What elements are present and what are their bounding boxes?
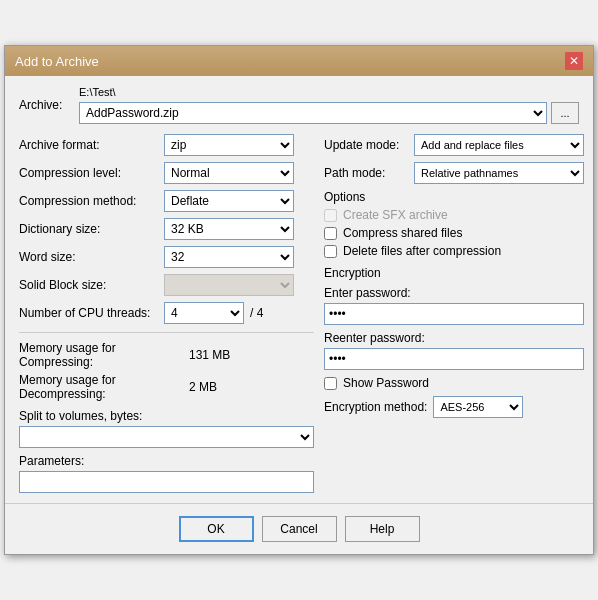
dictionary-size-select[interactable]: 4 KB 8 KB 16 KB 32 KB 64 KB 128 KB <box>164 218 294 240</box>
archive-format-row: Archive format: zip rar 7z tar gz <box>19 134 314 156</box>
delete-after-label: Delete files after compression <box>343 244 501 258</box>
split-volumes-section: Split to volumes, bytes: <box>19 409 314 448</box>
memory-compressing-label: Memory usage for Compressing: <box>19 341 189 369</box>
memory-decompressing-row: Memory usage for Decompressing: 2 MB <box>19 373 314 401</box>
show-password-checkbox[interactable] <box>324 377 337 390</box>
close-button[interactable]: ✕ <box>565 52 583 70</box>
memory-compressing-row: Memory usage for Compressing: 131 MB <box>19 341 314 369</box>
parameters-section: Parameters: <box>19 454 314 493</box>
encryption-method-select[interactable]: ZipCrypto AES-128 AES-192 AES-256 <box>433 396 523 418</box>
update-mode-select[interactable]: Add and replace files Update and add fil… <box>414 134 584 156</box>
cpu-threads-row: Number of CPU threads: 1 2 3 4 / 4 <box>19 302 314 324</box>
dialog-body: Archive: E:\Test\ AddPassword.zip ... Ar… <box>5 76 593 503</box>
solid-block-row: Solid Block size: <box>19 274 314 296</box>
archive-format-label: Archive format: <box>19 138 164 152</box>
create-sfx-label: Create SFX archive <box>343 208 448 222</box>
enter-password-input[interactable] <box>324 303 584 325</box>
enter-password-label: Enter password: <box>324 286 584 300</box>
browse-button[interactable]: ... <box>551 102 579 124</box>
update-mode-label: Update mode: <box>324 138 414 152</box>
delete-after-checkbox[interactable] <box>324 245 337 258</box>
archive-row: Archive: E:\Test\ AddPassword.zip ... <box>19 86 579 124</box>
archive-input-row: AddPassword.zip ... <box>79 102 579 124</box>
split-volumes-label: Split to volumes, bytes: <box>19 409 314 423</box>
cpu-threads-label: Number of CPU threads: <box>19 306 164 320</box>
path-mode-label: Path mode: <box>324 166 414 180</box>
cpu-threads-select[interactable]: 1 2 3 4 <box>164 302 244 324</box>
dialog-title: Add to Archive <box>15 54 99 69</box>
ok-button[interactable]: OK <box>179 516 254 542</box>
path-mode-select[interactable]: No pathnames Relative pathnames Full pat… <box>414 162 584 184</box>
options-section: Options Create SFX archive Compress shar… <box>324 190 584 258</box>
word-size-row: Word size: 8 16 32 64 128 <box>19 246 314 268</box>
archive-label: Archive: <box>19 98 79 112</box>
reenter-password-label: Reenter password: <box>324 331 584 345</box>
parameters-input[interactable] <box>19 471 314 493</box>
reenter-password-input[interactable] <box>324 348 584 370</box>
compression-method-row: Compression method: Store Deflate Deflat… <box>19 190 314 212</box>
cancel-button[interactable]: Cancel <box>262 516 337 542</box>
archive-path-container: E:\Test\ AddPassword.zip ... <box>79 86 579 124</box>
create-sfx-checkbox[interactable] <box>324 209 337 222</box>
compress-shared-label: Compress shared files <box>343 226 462 240</box>
cpu-suffix: / 4 <box>250 306 263 320</box>
update-mode-row: Update mode: Add and replace files Updat… <box>324 134 584 156</box>
options-title: Options <box>324 190 584 204</box>
compression-method-select[interactable]: Store Deflate Deflate64 BZip2 LZMA <box>164 190 294 212</box>
archive-format-select[interactable]: zip rar 7z tar gz <box>164 134 294 156</box>
solid-block-label: Solid Block size: <box>19 278 164 292</box>
help-button[interactable]: Help <box>345 516 420 542</box>
encryption-title: Encryption <box>324 266 584 280</box>
compress-shared-checkbox[interactable] <box>324 227 337 240</box>
create-sfx-row: Create SFX archive <box>324 208 584 222</box>
title-bar: Add to Archive ✕ <box>5 46 593 76</box>
encryption-method-row: Encryption method: ZipCrypto AES-128 AES… <box>324 396 584 418</box>
compression-method-label: Compression method: <box>19 194 164 208</box>
show-password-row: Show Password <box>324 376 584 390</box>
encryption-section: Encryption Enter password: Reenter passw… <box>324 266 584 418</box>
memory-decompressing-value: 2 MB <box>189 380 217 394</box>
delete-after-row: Delete files after compression <box>324 244 584 258</box>
split-volumes-row <box>19 426 314 448</box>
left-column: Archive format: zip rar 7z tar gz Compre… <box>19 134 314 493</box>
memory-compressing-value: 131 MB <box>189 348 230 362</box>
archive-path: E:\Test\ <box>79 86 116 98</box>
dictionary-size-label: Dictionary size: <box>19 222 164 236</box>
main-columns: Archive format: zip rar 7z tar gz Compre… <box>19 134 579 493</box>
add-to-archive-dialog: Add to Archive ✕ Archive: E:\Test\ AddPa… <box>4 45 594 555</box>
compression-level-row: Compression level: Store Fastest Fast No… <box>19 162 314 184</box>
encryption-method-label: Encryption method: <box>324 400 427 414</box>
right-column: Update mode: Add and replace files Updat… <box>324 134 584 493</box>
archive-filename-select[interactable]: AddPassword.zip <box>79 102 547 124</box>
dictionary-size-row: Dictionary size: 4 KB 8 KB 16 KB 32 KB 6… <box>19 218 314 240</box>
compress-shared-row: Compress shared files <box>324 226 584 240</box>
solid-block-select <box>164 274 294 296</box>
show-password-label: Show Password <box>343 376 429 390</box>
word-size-select[interactable]: 8 16 32 64 128 <box>164 246 294 268</box>
split-volumes-select[interactable] <box>19 426 314 448</box>
compression-level-label: Compression level: <box>19 166 164 180</box>
compression-level-select[interactable]: Store Fastest Fast Normal Good Best <box>164 162 294 184</box>
dialog-footer: OK Cancel Help <box>5 503 593 554</box>
path-mode-row: Path mode: No pathnames Relative pathnam… <box>324 162 584 184</box>
memory-decompressing-label: Memory usage for Decompressing: <box>19 373 189 401</box>
word-size-label: Word size: <box>19 250 164 264</box>
parameters-label: Parameters: <box>19 454 314 468</box>
